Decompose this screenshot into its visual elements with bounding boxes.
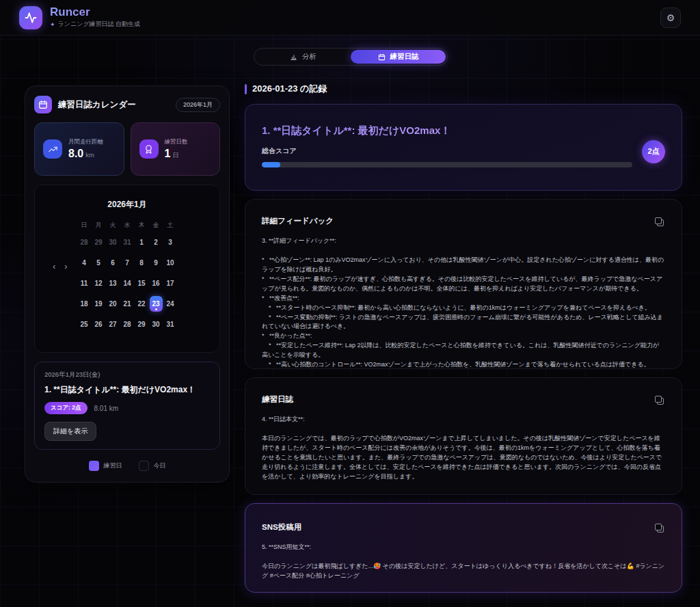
- calendar-prev-button[interactable]: ‹: [53, 262, 55, 271]
- stat-training-days: 練習日数 1日: [131, 122, 221, 176]
- copy-button[interactable]: [654, 394, 665, 406]
- legend-label: 今日: [154, 461, 166, 470]
- stat-value: 1日: [165, 148, 188, 160]
- calendar-day[interactable]: 4: [78, 255, 91, 271]
- tab-analysis[interactable]: 分析: [256, 50, 351, 64]
- stat-unit: 日: [172, 151, 179, 159]
- diary-entry-title: 1. **日誌タイトル**: 最初だけVO2max！: [262, 124, 665, 137]
- calendar-day-selected[interactable]: 23: [150, 296, 163, 312]
- calendar-panel-header: 練習日誌カレンダー 2026年1月: [34, 95, 220, 114]
- calendar-day[interactable]: 26: [92, 316, 105, 332]
- today-swatch: [139, 461, 149, 471]
- calendar-day[interactable]: 30: [150, 316, 163, 332]
- calendar-day[interactable]: 8: [135, 255, 148, 271]
- activity-icon: [25, 12, 37, 24]
- calendar: 2026年1月 ‹ › 日月火水木金土282930311234567891011…: [34, 185, 220, 353]
- calendar-next-button[interactable]: ›: [64, 262, 67, 271]
- calendar-day[interactable]: 29: [92, 234, 105, 250]
- calendar-weekday: 火: [107, 220, 120, 230]
- stat-label: 月間走行距離: [68, 138, 103, 146]
- calendar-weekday: 水: [121, 220, 134, 230]
- calendar-day[interactable]: 30: [107, 234, 120, 250]
- tab-bar: 分析 練習日誌: [254, 48, 448, 66]
- calendar-day[interactable]: 11: [78, 275, 91, 291]
- copy-icon: [655, 524, 664, 532]
- calendar-day[interactable]: 2: [150, 234, 163, 250]
- calendar-day[interactable]: 9: [150, 255, 163, 271]
- calendar-icon: [34, 96, 52, 113]
- copy-icon: [655, 217, 664, 226]
- calendar-weekday: 金: [150, 220, 163, 230]
- calendar-weekday: 月: [92, 220, 105, 230]
- entry-title: 1. **日誌タイトル**: 最初だけVO2max！: [44, 384, 210, 396]
- copy-button[interactable]: [654, 216, 665, 228]
- calendar-day[interactable]: 7: [121, 255, 134, 271]
- calendar-day[interactable]: 12: [92, 275, 105, 291]
- calendar-day[interactable]: 28: [78, 234, 91, 250]
- calendar-day[interactable]: 27: [107, 316, 120, 332]
- calendar-day[interactable]: 28: [121, 316, 134, 332]
- calendar-weekday: 土: [164, 220, 177, 230]
- calendar-panel: 練習日誌カレンダー 2026年1月 月間走行距離 8.0km 練習日数 1日 2…: [25, 85, 230, 483]
- section-accent-bar: [245, 84, 247, 94]
- gear-icon: ⚙: [667, 13, 675, 23]
- calendar-day[interactable]: 22: [135, 296, 148, 312]
- legend-label: 練習日: [104, 461, 122, 470]
- stat-label: 練習日数: [165, 138, 188, 146]
- score-label: 総合スコア: [262, 146, 632, 156]
- calendar-day[interactable]: 24: [164, 296, 177, 312]
- calendar-weekday: 木: [135, 220, 148, 230]
- app-subtitle: ✦ ランニング練習日誌 自動生成: [50, 20, 140, 29]
- copy-icon: [655, 396, 664, 405]
- calendar-day[interactable]: 10: [164, 255, 177, 271]
- show-details-button[interactable]: 詳細を表示: [44, 422, 96, 441]
- calendar-legend: 練習日 今日: [34, 461, 220, 473]
- calendar-day[interactable]: 21: [121, 296, 134, 312]
- calendar-day[interactable]: 29: [135, 316, 148, 332]
- bar-chart-icon: [290, 53, 297, 61]
- calendar-day[interactable]: 31: [121, 234, 134, 250]
- copy-button[interactable]: [654, 522, 665, 534]
- brand: Runcer ✦ ランニング練習日誌 自動生成: [19, 6, 140, 29]
- app-subtitle-text: ランニング練習日誌 自動生成: [58, 20, 141, 29]
- calendar-day[interactable]: 25: [78, 316, 91, 332]
- calendar-day[interactable]: 14: [121, 275, 134, 291]
- progress-fill: [262, 162, 280, 167]
- feedback-body: 3. **詳細フィードバック**: * **心拍ゾーン**: Lap 1のみVO…: [262, 237, 665, 369]
- stat-monthly-distance: 月間走行距離 8.0km: [34, 122, 124, 176]
- calendar-day[interactable]: 20: [107, 296, 120, 312]
- settings-button[interactable]: ⚙: [660, 8, 681, 28]
- panel-title: 練習日誌カレンダー: [58, 99, 170, 111]
- calendar-day[interactable]: 5: [92, 255, 105, 271]
- section-title: 2026-01-23 の記録: [252, 83, 327, 95]
- calendar-nav: ‹ ›: [53, 262, 68, 271]
- stat-value: 8.0km: [68, 148, 103, 160]
- diary-body: 4. **日誌本文**: 本日のランニングでは、最初のラップで心拍数がVO2ma…: [262, 415, 665, 482]
- medal-icon: [139, 139, 159, 159]
- legend-today: 今日: [139, 461, 166, 471]
- calendar-day[interactable]: 13: [107, 275, 120, 291]
- score-progress-track: [262, 162, 632, 167]
- entry-date: 2026年1月23日(金): [44, 370, 210, 379]
- calendar-day[interactable]: 15: [135, 275, 148, 291]
- app-logo: [19, 6, 42, 29]
- calendar-day[interactable]: 6: [107, 255, 120, 271]
- sns-card: SNS投稿用 5. **SNS用短文**: 今日のランニングは最初飛ばしすぎた.…: [245, 503, 682, 593]
- card-title: 練習日誌: [262, 394, 293, 405]
- tab-diary[interactable]: 練習日誌: [351, 50, 446, 64]
- score-badge: 2点: [642, 140, 665, 163]
- sns-body: 5. **SNS用短文**: 今日のランニングは最初飛ばしすぎた...🥵 その後…: [262, 543, 665, 581]
- calendar-weekday: 日: [78, 220, 91, 230]
- main-content: 分析 練習日誌 2026-01-23 の記録 1. **日誌タイトル**: 最初…: [245, 48, 682, 593]
- calendar-icon: [378, 53, 386, 61]
- calendar-grid: 日月火水木金土282930311234567891011121314151617…: [35, 220, 219, 332]
- calendar-month-title: 2026年1月: [35, 199, 219, 211]
- calendar-day[interactable]: 1: [135, 234, 148, 250]
- calendar-day[interactable]: 19: [92, 296, 105, 312]
- calendar-day[interactable]: 16: [150, 275, 163, 291]
- calendar-day[interactable]: 31: [164, 316, 177, 332]
- calendar-day[interactable]: 3: [164, 234, 177, 250]
- calendar-day[interactable]: 17: [164, 275, 177, 291]
- entry-score-badge: スコア: 2点: [44, 402, 88, 414]
- calendar-day[interactable]: 18: [78, 296, 91, 312]
